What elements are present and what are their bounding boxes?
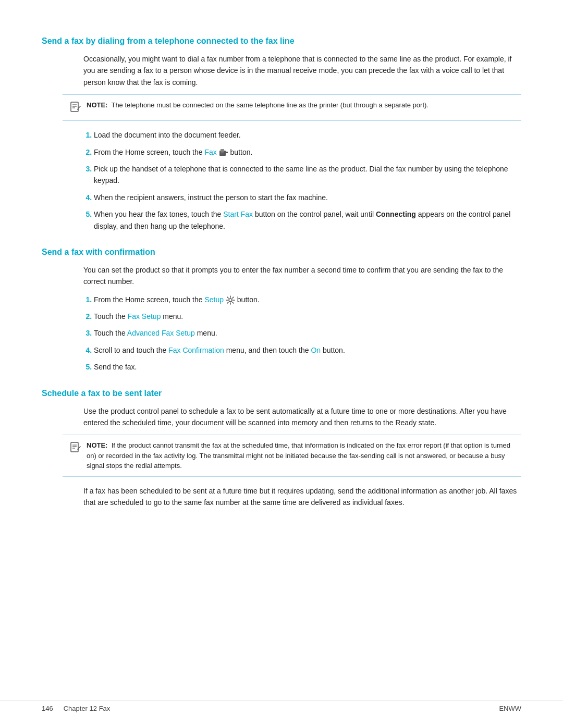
section-1-title: Send a fax by dialing from a telephone c… bbox=[42, 36, 521, 46]
section-3-note-text: NOTE: If the product cannot transmit the… bbox=[87, 440, 514, 471]
step-2-3: Touch the Advanced Fax Setup menu. bbox=[94, 327, 521, 339]
step-2-1: From the Home screen, touch the Setup bu… bbox=[94, 294, 521, 305]
step-1-3: Pick up the handset of a telephone that … bbox=[94, 163, 521, 187]
section-2: Send a fax with confirmation You can set… bbox=[42, 248, 521, 373]
note-icon-1 bbox=[70, 101, 81, 115]
svg-rect-7 bbox=[221, 153, 224, 153]
svg-rect-5 bbox=[221, 149, 224, 152]
section-3: Schedule a fax to be sent later Use the … bbox=[42, 389, 521, 509]
fax-icon-inline bbox=[219, 148, 230, 156]
svg-rect-8 bbox=[221, 154, 224, 154]
footer-left: 146 Chapter 12 Fax bbox=[42, 705, 110, 712]
svg-point-9 bbox=[229, 299, 232, 302]
note-label-1: NOTE: bbox=[87, 101, 107, 109]
svg-rect-10 bbox=[71, 442, 78, 452]
connecting-text: Connecting bbox=[376, 210, 416, 218]
section-1-note-text: NOTE: The telephone must be connected on… bbox=[87, 100, 429, 110]
page-footer: 146 Chapter 12 Fax ENWW bbox=[0, 700, 563, 712]
footer-chapter: Chapter 12 Fax bbox=[64, 705, 111, 712]
note-label-2: NOTE: bbox=[87, 441, 107, 449]
section-1-intro: Occasionally, you might want to dial a f… bbox=[83, 53, 521, 88]
setup-icon-inline bbox=[226, 295, 237, 304]
note-body-1: The telephone must be connected on the s… bbox=[111, 101, 429, 109]
section-1-steps: Load the document into the document feed… bbox=[94, 129, 521, 232]
svg-rect-6 bbox=[226, 152, 228, 153]
step-1-5: When you hear the fax tones, touch the S… bbox=[94, 208, 521, 232]
section-1-note: NOTE: The telephone must be connected on… bbox=[63, 94, 521, 121]
section-3-note: NOTE: If the product cannot transmit the… bbox=[63, 435, 521, 477]
section-2-title: Send a fax with confirmation bbox=[42, 248, 521, 257]
footer-page: 146 bbox=[42, 705, 53, 712]
section-2-steps: From the Home screen, touch the Setup bu… bbox=[94, 294, 521, 373]
step-1-1: Load the document into the document feed… bbox=[94, 129, 521, 141]
footer-right: ENWW bbox=[499, 705, 521, 712]
section-3-closing: If a fax has been scheduled to be sent a… bbox=[83, 485, 521, 509]
section-1: Send a fax by dialing from a telephone c… bbox=[42, 36, 521, 232]
step-1-4: When the recipient answers, instruct the… bbox=[94, 192, 521, 203]
section-3-title: Schedule a fax to be sent later bbox=[42, 389, 521, 398]
faxsetup-link: Fax Setup bbox=[128, 312, 161, 320]
startfax-link: Start Fax bbox=[223, 210, 253, 218]
fax-link: Fax bbox=[204, 148, 216, 156]
advancedfaxsetup-link: Advanced Fax Setup bbox=[127, 329, 195, 337]
svg-rect-0 bbox=[71, 102, 78, 112]
step-2-4: Scroll to and touch the Fax Confirmation… bbox=[94, 344, 521, 356]
section-3-intro: Use the product control panel to schedul… bbox=[83, 405, 521, 429]
step-1-2: From the Home screen, touch the Fax butt… bbox=[94, 146, 521, 158]
note-body-2: If the product cannot transmit the fax a… bbox=[87, 441, 510, 470]
note-icon-2 bbox=[70, 441, 81, 455]
step-2-2: Touch the Fax Setup menu. bbox=[94, 311, 521, 322]
on-link: On bbox=[311, 346, 321, 354]
setup-link: Setup bbox=[204, 295, 224, 304]
section-2-intro: You can set the product so that it promp… bbox=[83, 264, 521, 288]
faxconfirmation-link: Fax Confirmation bbox=[168, 346, 224, 354]
step-2-5: Send the fax. bbox=[94, 361, 521, 373]
